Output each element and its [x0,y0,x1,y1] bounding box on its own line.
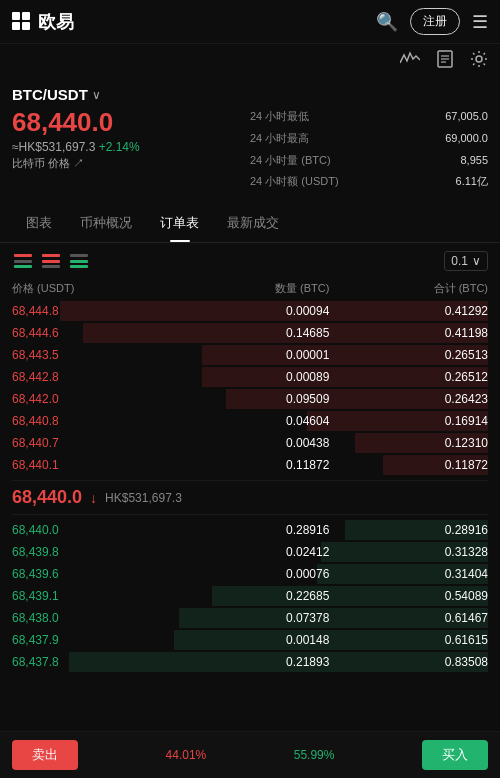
pair-dropdown-icon[interactable]: ∨ [92,88,101,102]
buy-qty: 0.07378 [171,611,330,625]
buy-price: 68,438.0 [12,611,171,625]
buy-qty: 0.02412 [171,545,330,559]
tab-trades[interactable]: 最新成交 [213,204,293,242]
sell-price: 68,443.5 [12,348,171,362]
header-right: 🔍 注册 ☰ [376,8,488,35]
col-total-header: 合计 (BTC) [329,281,488,296]
logo: 欧易 [12,10,74,34]
sell-total: 0.12310 [329,436,488,450]
trading-pair[interactable]: BTC/USDT [12,86,88,103]
sell-price: 68,444.8 [12,304,171,318]
buy-orders: 68,440.0 0.28916 0.28916 68,439.8 0.0241… [12,519,488,673]
hk-price: ≈HK$531,697.3 +2.14% [12,140,250,154]
col-price-header: 价格 (USDT) [12,281,171,296]
main-price: 68,440.0 [12,107,250,138]
chart-wave-icon[interactable] [400,51,420,71]
buy-total: 0.28916 [329,523,488,537]
document-icon[interactable] [436,50,454,72]
pair-row: BTC/USDT ∨ [12,86,488,103]
sell-price: 68,440.8 [12,414,171,428]
sell-total: 0.41292 [329,304,488,318]
buy-total: 0.83508 [329,655,488,669]
sell-order-row[interactable]: 68,442.0 0.09509 0.26423 [12,388,488,410]
stat-low-label: 24 小时最低 [250,107,437,127]
sell-qty: 0.04604 [171,414,330,428]
search-icon[interactable]: 🔍 [376,11,398,33]
sell-price: 68,440.1 [12,458,171,472]
buy-pct: 55.99% [294,748,335,762]
buy-order-row[interactable]: 68,437.9 0.00148 0.61615 [12,629,488,651]
sell-order-row[interactable]: 68,440.7 0.00438 0.12310 [12,432,488,454]
sell-total: 0.41198 [329,326,488,340]
sell-total: 0.11872 [329,458,488,472]
buy-order-row[interactable]: 68,439.8 0.02412 0.31328 [12,541,488,563]
logo-text: 欧易 [38,10,74,34]
sell-order-row[interactable]: 68,444.6 0.14685 0.41198 [12,322,488,344]
middle-price: 68,440.0 [12,487,82,508]
col-qty-header: 数量 (BTC) [171,281,330,296]
sell-total: 0.26513 [329,348,488,362]
sell-pct: 44.01% [166,748,207,762]
buy-order-row[interactable]: 68,437.8 0.21893 0.83508 [12,651,488,673]
stat-vol-btc-label: 24 小时量 (BTC) [250,151,437,171]
sell-qty: 0.00089 [171,370,330,384]
buy-qty: 0.22685 [171,589,330,603]
middle-price-row: 68,440.0 ↓ HK$531,697.3 [12,480,488,515]
view-buy-button[interactable] [68,252,90,270]
logo-icon [12,12,32,32]
settings-icon[interactable] [470,50,488,72]
svg-rect-0 [12,12,20,20]
buy-order-row[interactable]: 68,438.0 0.07378 0.61467 [12,607,488,629]
sell-order-row[interactable]: 68,440.8 0.04604 0.16914 [12,410,488,432]
buy-price: 68,437.8 [12,655,171,669]
view-sell-button[interactable] [40,252,62,270]
buy-total: 0.31404 [329,567,488,581]
tab-chart[interactable]: 图表 [12,204,66,242]
buy-price: 68,437.9 [12,633,171,647]
view-full-button[interactable] [12,252,34,270]
change-pct: +2.14% [99,140,140,154]
sell-qty: 0.09509 [171,392,330,406]
price-stats: 24 小时最低 67,005.0 24 小时最高 69,000.0 24 小时量… [250,107,488,192]
middle-hk-price: HK$531,697.3 [105,491,182,505]
svg-rect-2 [12,22,20,30]
buy-qty: 0.00076 [171,567,330,581]
orderbook: 0.1 ∨ 价格 (USDT) 数量 (BTC) 合计 (BTC) 68,444… [0,243,500,681]
price-left: 68,440.0 ≈HK$531,697.3 +2.14% 比特币 价格 ↗ [12,107,250,192]
sell-order-row[interactable]: 68,440.1 0.11872 0.11872 [12,454,488,476]
precision-chevron-icon: ∨ [472,254,481,268]
price-grid: 68,440.0 ≈HK$531,697.3 +2.14% 比特币 价格 ↗ 2… [12,107,488,192]
buy-order-row[interactable]: 68,440.0 0.28916 0.28916 [12,519,488,541]
sell-order-row[interactable]: 68,444.8 0.00094 0.41292 [12,300,488,322]
menu-icon[interactable]: ☰ [472,11,488,33]
buy-order-row[interactable]: 68,439.1 0.22685 0.54089 [12,585,488,607]
stat-vol-usdt-val: 6.11亿 [445,172,488,192]
sell-qty: 0.11872 [171,458,330,472]
sell-order-row[interactable]: 68,443.5 0.00001 0.26513 [12,344,488,366]
view-icons [12,252,90,270]
buy-price: 68,439.6 [12,567,171,581]
tab-overview[interactable]: 币种概况 [66,204,146,242]
sell-total: 0.26512 [329,370,488,384]
stat-vol-usdt-label: 24 小时额 (USDT) [250,172,437,192]
register-button[interactable]: 注册 [410,8,460,35]
sell-price: 68,442.8 [12,370,171,384]
sell-total: 0.26423 [329,392,488,406]
price-section: BTC/USDT ∨ 68,440.0 ≈HK$531,697.3 +2.14%… [0,78,500,200]
precision-selector[interactable]: 0.1 ∨ [444,251,488,271]
stat-high-val: 69,000.0 [445,129,488,149]
sell-order-row[interactable]: 68,442.8 0.00089 0.26512 [12,366,488,388]
buy-total: 0.61467 [329,611,488,625]
sell-price: 68,444.6 [12,326,171,340]
tab-orderbook[interactable]: 订单表 [146,204,213,242]
sell-price: 68,442.0 [12,392,171,406]
buy-order-row[interactable]: 68,439.6 0.00076 0.31404 [12,563,488,585]
sell-button[interactable]: 卖出 [12,740,78,770]
stat-low-val: 67,005.0 [445,107,488,127]
sell-qty: 0.14685 [171,326,330,340]
buy-button[interactable]: 买入 [422,740,488,770]
svg-point-8 [476,56,482,62]
buy-qty: 0.21893 [171,655,330,669]
btc-label[interactable]: 比特币 价格 ↗ [12,156,250,171]
price-direction-icon: ↓ [90,490,97,506]
